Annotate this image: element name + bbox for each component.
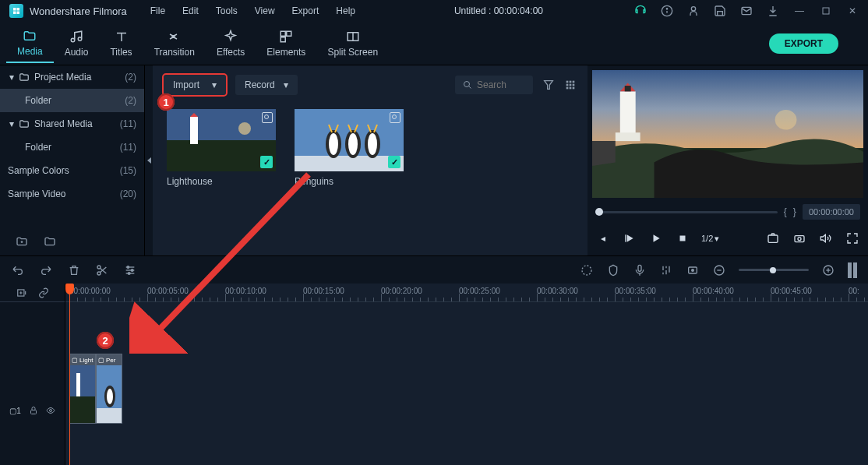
tab-titles[interactable]: Titles [99,25,143,62]
tab-elements[interactable]: Elements [256,25,316,62]
preview-timecode: 00:00:00:00 [803,204,860,220]
play-button[interactable] [648,231,664,246]
menu-view[interactable]: View [247,2,283,19]
split-tool-icon[interactable] [95,263,109,277]
chevron-down-icon: ▾ [8,118,16,129]
zoom-slider[interactable] [739,269,809,271]
svg-line-12 [469,86,471,89]
tab-effects[interactable]: Effects [206,25,256,62]
maximize-icon[interactable] [820,5,832,17]
menu-export[interactable]: Export [284,2,327,19]
menu-edit[interactable]: Edit [175,2,206,19]
speed-dropdown[interactable]: 1/2 ▾ [701,234,719,244]
svg-rect-49 [680,236,686,241]
tab-split-screen[interactable]: Split Screen [316,25,389,62]
timeline-scroll-icon[interactable] [848,262,857,278]
tab-media[interactable]: Media [6,24,54,63]
timeline-ruler[interactable]: 00:00:00:0000:00:05:0000:00:10:0000:00:1… [65,284,868,302]
close-icon[interactable]: ✕ [846,5,859,17]
sidebar-item-folder-2[interactable]: Folder (11) [0,136,144,159]
screenshot-icon[interactable] [765,231,781,246]
camera-icon[interactable] [792,231,807,246]
svg-rect-63 [638,265,641,271]
svg-point-11 [464,82,470,87]
headset-icon[interactable] [634,5,647,17]
folder-open-icon[interactable] [44,235,56,248]
timeline-clip-1[interactable]: ▢Light [69,354,96,424]
svg-rect-16 [573,81,575,83]
adjust-icon[interactable] [123,263,137,277]
folder-icon [23,29,37,43]
filter-icon[interactable] [542,79,555,91]
minimize-icon[interactable]: — [793,5,806,17]
panel-splitter[interactable] [145,65,153,255]
svg-rect-22 [573,87,575,90]
tab-transition[interactable]: Transition [143,25,206,62]
search-input[interactable] [477,79,524,90]
bracket-close[interactable]: } [793,206,796,217]
eye-icon[interactable] [46,406,55,415]
redo-icon[interactable] [39,263,53,277]
preview-scrubber[interactable] [595,211,778,213]
image-type-icon: ▢ [98,357,104,364]
timeline-body[interactable]: 00:00:00:0000:00:05:0000:00:10:0000:00:1… [65,284,868,465]
sidebar-item-sample-video[interactable]: Sample Video (20) [0,182,144,206]
download-icon[interactable] [767,5,779,17]
sidebar-item-shared-media[interactable]: ▾ Shared Media (11) [0,112,144,136]
svg-point-45 [775,110,797,130]
menu-help[interactable]: Help [328,2,363,19]
ruler-mark: 00:00:35:00 [615,287,656,295]
timeline-clip-2[interactable]: ▢Per [96,354,122,424]
undo-icon[interactable] [11,263,25,277]
save-icon[interactable] [714,5,726,17]
export-button[interactable]: EXPORT [769,33,838,54]
sparkle-icon [224,30,238,44]
main-toolbar: Media Audio Titles Transition Effects El… [0,22,868,65]
delete-icon[interactable] [67,263,81,277]
svg-rect-20 [566,87,569,90]
media-thumb-penguins[interactable]: ✓ Penguins [295,109,404,187]
sidebar-item-folder-1[interactable]: Folder (2) [0,89,144,112]
sidebar-item-sample-colors[interactable]: Sample Colors (15) [0,159,144,182]
lock-icon[interactable] [29,406,38,415]
bracket-open[interactable]: { [784,206,787,217]
step-back-icon[interactable]: ◂ [595,231,611,246]
play-icon[interactable] [622,231,637,246]
stop-icon[interactable] [675,231,690,246]
volume-icon[interactable] [818,231,834,246]
add-track-icon[interactable] [16,287,27,298]
marker-icon[interactable] [606,263,620,277]
svg-point-60 [131,269,133,271]
svg-rect-8 [281,37,286,41]
svg-rect-14 [566,81,569,83]
zoom-in-icon[interactable] [821,263,835,277]
tab-audio[interactable]: Audio [54,25,100,62]
import-dropdown[interactable]: Import ▾ [164,75,226,95]
user-icon[interactable] [687,5,700,17]
checkmark-icon: ✓ [388,156,400,168]
mixer-icon[interactable] [659,263,673,277]
svg-marker-13 [545,81,553,90]
text-icon [115,30,129,44]
svg-rect-75 [70,396,96,424]
mail-icon[interactable] [740,5,753,17]
fullscreen-icon[interactable] [845,231,860,246]
render-icon[interactable] [580,263,594,277]
new-folder-icon[interactable] [16,235,28,248]
grid-view-icon[interactable] [564,79,577,91]
preview-viewport[interactable] [592,70,863,198]
sidebar-item-project-media[interactable]: ▾ Project Media (2) [0,65,144,89]
zoom-out-icon[interactable] [712,263,726,277]
svg-rect-50 [768,235,778,242]
playhead[interactable] [69,284,70,465]
link-icon[interactable] [38,287,49,298]
keyframe-icon[interactable] [686,263,700,277]
media-thumb-lighthouse[interactable]: ✓ Lighthouse [167,109,276,187]
info-icon[interactable] [661,5,673,17]
voiceover-icon[interactable] [633,263,647,277]
record-dropdown[interactable]: Record ▾ [235,75,298,95]
svg-point-65 [692,269,694,271]
menu-file[interactable]: File [143,2,173,19]
search-box[interactable] [455,76,533,94]
menu-tools[interactable]: Tools [208,2,245,19]
